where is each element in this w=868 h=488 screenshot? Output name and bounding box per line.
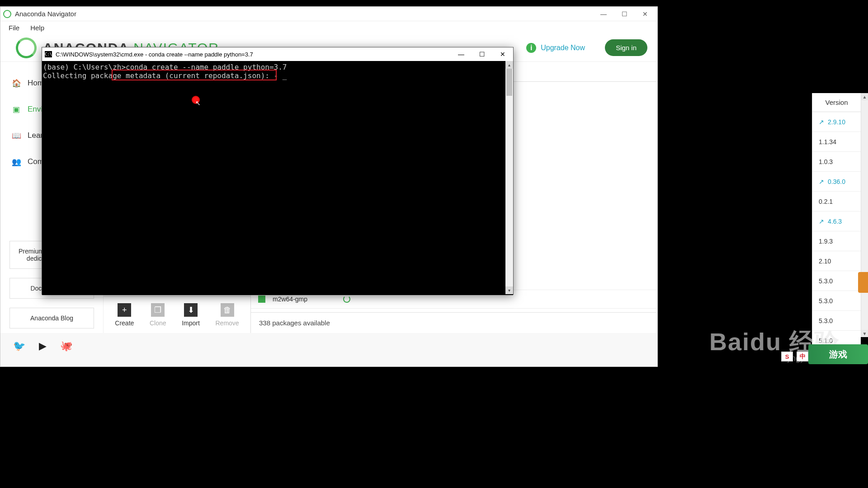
window-title: Anaconda Navigator [15,10,593,18]
minimize-button[interactable]: — [593,7,614,21]
info-icon: i [526,43,536,53]
menu-file[interactable]: File [3,22,25,33]
menubar: File Help [0,21,657,34]
game-badge[interactable]: 游戏 [808,344,868,364]
cube-icon: ▣ [11,104,21,114]
packages-status: 338 packages available [251,312,657,333]
sign-in-button[interactable]: Sign in [605,39,647,56]
cursor-arrow-icon: ↖ [195,99,201,107]
scroll-up-icon[interactable]: ▲ [861,93,868,100]
scroll-up-icon[interactable]: ▴ [505,61,513,69]
cmd-scrollbar[interactable]: ▴ ▾ [505,61,513,294]
plus-icon: + [118,303,131,317]
checkbox-icon[interactable] [258,296,265,303]
scroll-down-icon[interactable]: ▾ [505,286,513,294]
import-icon: ⬇ [184,303,198,317]
close-button[interactable]: ✕ [635,7,656,21]
update-arrow-icon: ↗ [819,118,824,126]
version-header[interactable]: Version [812,93,861,112]
menu-help[interactable]: Help [25,22,50,33]
version-cell[interactable]: 1.9.3 [812,231,861,251]
anaconda-logo-icon [16,38,37,58]
version-cell[interactable]: 1.0.3 [812,152,861,172]
create-env-button[interactable]: +Create [115,303,134,327]
version-column: Version ↗2.9.101.1.341.0.3↗0.36.00.2.1↗4… [812,93,861,351]
window-titlebar: Anaconda Navigator — ☐ ✕ [0,7,657,21]
version-cell[interactable]: 1.1.34 [812,132,861,152]
anaconda-app-icon [3,10,11,18]
env-toolbar: +Create ❐Clone ⬇Import 🗑Remove [104,296,250,333]
update-arrow-icon: ↗ [819,218,824,225]
version-cell[interactable]: ↗4.6.3 [812,211,861,231]
trash-icon: 🗑 [221,303,234,317]
remove-env-button[interactable]: 🗑Remove [216,303,239,327]
version-cell[interactable]: 0.2.1 [812,192,861,211]
import-env-button[interactable]: ⬇Import [182,303,200,327]
version-cell[interactable]: 2.10 [812,251,861,271]
cmd-titlebar[interactable]: C:\ C:\WINDOWS\system32\cmd.exe - conda … [42,47,513,61]
cmd-minimize-button[interactable]: — [451,47,472,61]
side-tab-icon[interactable] [858,272,868,293]
version-cell[interactable]: ↗2.9.10 [812,112,861,132]
ime-indicator: S 中 [781,352,808,361]
version-scrollbar[interactable]: ▲ ▼ [861,93,868,337]
loading-spinner-icon [343,296,350,303]
cmd-window: C:\ C:\WINDOWS\system32\cmd.exe - conda … [42,47,514,295]
cmd-maximize-button[interactable]: ☐ [472,47,492,61]
cmd-close-button[interactable]: ✕ [492,47,513,61]
social-links: 🐦 ▶ 🐙 [0,333,657,359]
cmd-icon: C:\ [45,51,52,57]
github-icon[interactable]: 🐙 [60,340,72,352]
twitter-icon[interactable]: 🐦 [13,340,25,352]
ime-icon[interactable]: S [781,352,793,361]
maximize-button[interactable]: ☐ [614,7,635,21]
ime-mode-icon[interactable]: 中 [797,352,808,361]
upgrade-now-link[interactable]: i Upgrade Now [526,43,585,53]
cmd-title-text: C:\WINDOWS\system32\cmd.exe - conda crea… [56,51,451,58]
anaconda-blog-link[interactable]: Anaconda Blog [9,308,94,328]
version-cell[interactable]: ↗0.36.0 [812,172,861,192]
version-cell[interactable]: 5.3.0 [812,271,861,291]
people-icon: 👥 [11,157,21,167]
clone-icon: ❐ [151,303,165,317]
cmd-terminal[interactable]: (base) C:\Users\zh>conda create --name p… [42,61,513,295]
scroll-thumb[interactable] [506,69,512,96]
update-arrow-icon: ↗ [819,178,824,185]
scroll-down-icon[interactable]: ▼ [861,330,868,337]
version-cell[interactable]: 5.3.0 [812,291,861,311]
youtube-icon[interactable]: ▶ [39,340,47,352]
version-cell[interactable]: 5.3.0 [812,311,861,331]
clone-env-button[interactable]: ❐Clone [150,303,166,327]
home-icon: 🏠 [11,78,21,88]
book-icon: 📖 [11,131,21,141]
